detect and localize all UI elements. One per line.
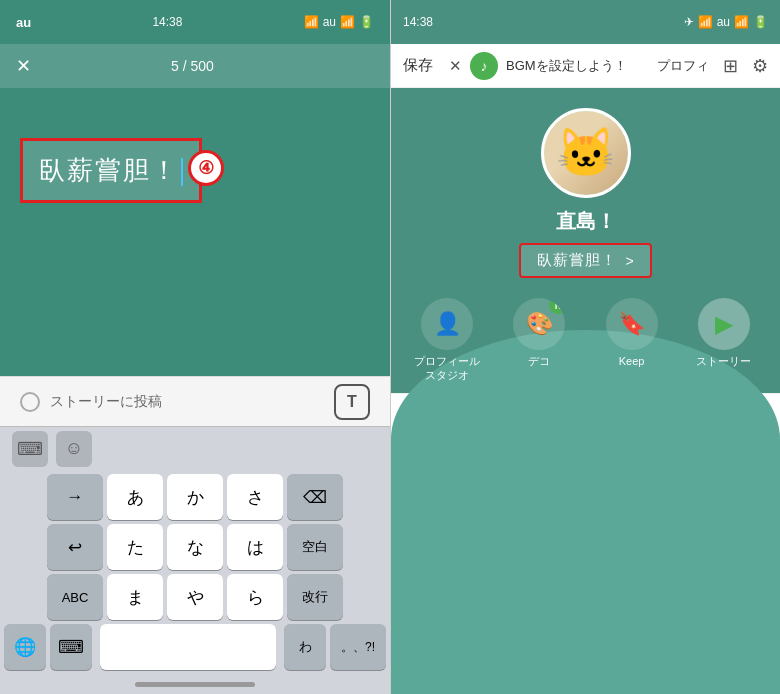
key-undo[interactable]: ↩ [47,524,103,570]
key-ya[interactable]: や [167,574,223,620]
keyboard-top-row: ⌨ ☺ [0,426,390,470]
story-circle-icon [20,392,40,412]
avatar: 🐱 [544,111,628,195]
save-button[interactable]: 保存 [403,56,433,75]
signal-icon-left: 📶 [304,15,319,29]
key-return[interactable]: 改行 [287,574,343,620]
kb-row-3: ABC ま や ら 改行 [4,574,386,620]
left-status-bar: au 14:38 📶 au 📶 🔋 [0,0,390,44]
key-na[interactable]: な [167,524,223,570]
settings-icon[interactable]: ⚙ [752,55,768,77]
kb-row-2: ↩ た な は 空白 [4,524,386,570]
kb-bottom-row: 🌐 ⌨ わ 。、?! [0,624,390,674]
deco-icon-circle: 🎨 N [513,298,565,350]
battery-icon-left: 🔋 [359,15,374,29]
status-icons-right: ✈ 📶 au 📶 🔋 [684,15,768,29]
signal-icon-right: 📶 [698,15,713,29]
qr-icon[interactable]: ⊞ [723,55,738,77]
wifi-icon-left: 📶 [340,15,355,29]
studio-label: プロフィールスタジオ [414,354,480,383]
story-action-label: ストーリー [696,354,751,368]
keyboard-icon-btn[interactable]: ⌨ [12,431,48,467]
key-wa[interactable]: わ [284,624,326,670]
carrier-left: au [16,15,31,30]
keep-icon: 🔖 [618,311,645,337]
story-play-icon: ▶ [715,310,733,338]
story-icon-circle: ▶ [698,298,750,350]
studio-icon: 👤 [434,311,461,337]
action-item-keep[interactable]: 🔖 Keep [597,298,667,383]
text-box-wrapper: ④ 臥薪嘗胆！ [20,128,202,203]
story-post-area: ストーリーに投稿 [20,392,162,412]
key-ha[interactable]: は [227,524,283,570]
key-ta[interactable]: た [107,524,163,570]
key-mic[interactable]: ⌨ [50,624,92,670]
key-ma[interactable]: ま [107,574,163,620]
status-icons-left: 📶 au 📶 🔋 [304,15,374,29]
carrier2-left: au [323,15,336,29]
right-toolbar-left: 保存 ✕ ♪ BGMを設定しよう！ [403,52,627,80]
deco-icon: 🎨 [526,311,553,337]
profile-name: 直島！ [556,208,616,235]
canvas-area: ④ 臥薪嘗胆！ [0,88,390,376]
deco-label: デコ [528,354,550,368]
close-button-right[interactable]: ✕ [449,57,462,75]
keyboard: ⌨ ☺ → あ か さ ⌫ ↩ た な は 空白 ABC ま [0,426,390,694]
status-text: 臥薪嘗胆！ [537,251,617,270]
home-indicator-left [0,674,390,694]
key-space[interactable] [100,624,276,670]
action-item-deco[interactable]: 🎨 N デコ [504,298,574,383]
studio-icon-circle: 👤 [421,298,473,350]
wifi-icon-right: 📶 [734,15,749,29]
key-ra[interactable]: ら [227,574,283,620]
profile-content: 🐱 直島！ 臥薪嘗胆！ > 👤 プロフィールスタジオ [391,88,780,393]
right-toolbar-right: プロフィ ⊞ ⚙ [657,55,768,77]
home-bar-left [135,682,255,687]
profile-label[interactable]: プロフィ [657,57,709,75]
key-abc[interactable]: ABC [47,574,103,620]
carrier-right: au [717,15,730,29]
time-left: 14:38 [152,15,182,29]
left-toolbar: ✕ 5 / 500 [0,44,390,88]
text-icon-button[interactable]: T [334,384,370,420]
close-button-left[interactable]: ✕ [16,55,31,77]
char-counter: 5 / 500 [171,58,214,74]
cat-emoji: 🐱 [556,125,616,181]
action-icons-row: 👤 プロフィールスタジオ 🎨 N デコ 🔖 Keep [391,298,780,383]
left-panel: au 14:38 📶 au 📶 🔋 ✕ 5 / 500 ④ 臥薪嘗胆！ [0,0,390,694]
nav-icon-right: ✈ [684,15,694,29]
keyboard-rows: → あ か さ ⌫ ↩ た な は 空白 ABC ま や ら 改行 [0,470,390,624]
story-label[interactable]: ストーリーに投稿 [50,393,162,411]
profile-background: 🐱 直島！ 臥薪嘗胆！ > 👤 プロフィールスタジオ [391,88,780,694]
kb-row-1: → あ か さ ⌫ [4,474,386,520]
key-globe[interactable]: 🌐 [4,624,46,670]
avatar-container: 🐱 [541,108,631,198]
right-status-bar: 14:38 ✈ 📶 au 📶 🔋 [391,0,780,44]
key-backspace[interactable]: ⌫ [287,474,343,520]
bgm-icon: ♪ [470,52,498,80]
n-badge-deco: N [549,298,565,314]
right-toolbar: 保存 ✕ ♪ BGMを設定しよう！ プロフィ ⊞ ⚙ [391,44,780,88]
story-post-bar: ストーリーに投稿 T [0,376,390,426]
emoji-icon-btn[interactable]: ☺ [56,431,92,467]
key-sa[interactable]: さ [227,474,283,520]
status-message-box[interactable]: 臥薪嘗胆！ > [519,243,651,278]
key-a[interactable]: あ [107,474,163,520]
bgm-label[interactable]: BGMを設定しよう！ [506,57,627,75]
action-item-studio[interactable]: 👤 プロフィールスタジオ [412,298,482,383]
key-space-kana[interactable]: 空白 [287,524,343,570]
circle-badge-4: ④ [188,150,224,186]
time-right: 14:38 [403,15,433,29]
key-punct[interactable]: 。、?! [330,624,386,670]
keep-icon-circle: 🔖 [606,298,658,350]
key-ka[interactable]: か [167,474,223,520]
key-arrow[interactable]: → [47,474,103,520]
status-arrow: > [625,253,633,269]
keep-label: Keep [619,354,645,368]
text-input-box[interactable]: 臥薪嘗胆！ [20,138,202,203]
right-panel: 14:38 ✈ 📶 au 📶 🔋 保存 ✕ ♪ BGMを設定しよう！ プロフィ … [391,0,780,694]
action-item-story[interactable]: ▶ ストーリー [689,298,759,383]
battery-icon-right: 🔋 [753,15,768,29]
canvas-text: 臥薪嘗胆！ [39,153,183,188]
text-cursor [181,158,183,186]
